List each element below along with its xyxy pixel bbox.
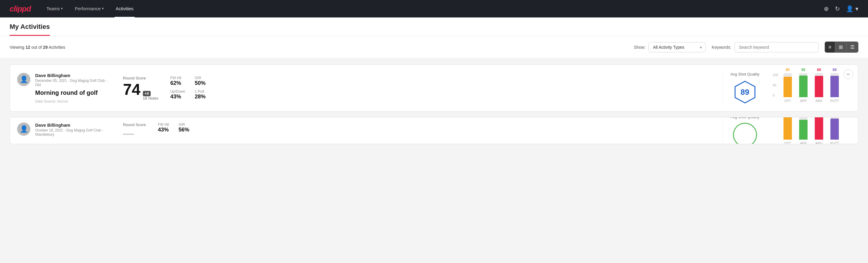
bar-fill-ott: [783, 77, 792, 97]
bar-x-label-putt: PUTT: [830, 141, 839, 144]
bars-container-2: 94OTT82APP106ARG87PUTT: [783, 117, 851, 144]
view-list-button[interactable]: ≡: [825, 42, 835, 52]
bar-x-label-putt: PUTT: [830, 99, 839, 103]
activity-type-select-wrapper[interactable]: All Activity Types: [648, 42, 706, 52]
bar-col-putt: 87PUTT: [830, 117, 839, 140]
bar-col-putt: 89PUTT: [830, 73, 839, 97]
chart-y-labels: 100 50 0: [773, 73, 778, 97]
fw-hit-block: FW Hit 62%: [170, 76, 185, 87]
hexagon-shape: 89: [733, 80, 757, 104]
round-score-number: 74: [123, 82, 141, 97]
round-score-value-group: 74 +4 18 Holes: [123, 82, 158, 100]
bar-x-label-arg: ARG: [815, 99, 823, 103]
user-avatar-icon-2: 👤: [20, 125, 28, 133]
round-score-details: +4 18 Holes: [143, 91, 158, 100]
avatar-1: 👤: [17, 73, 30, 86]
bar-bg-ott: [783, 117, 792, 140]
card-left-2: 👤 Dave Billingham October 16, 2021 · Gog…: [17, 122, 114, 139]
bar-top-label-arg: 89: [817, 68, 821, 72]
bar-fill-putt: [830, 76, 839, 97]
card-stats-2: Round Score — FW Hit 43% GIR 56%: [114, 122, 723, 139]
oneputt-value: 28%: [195, 94, 210, 100]
activity-type-select[interactable]: All Activity Types: [648, 42, 706, 52]
avg-shot-quality-label: Avg Shot Quality: [730, 72, 760, 77]
gir-block: GIR 50%: [195, 76, 210, 87]
bar-x-label-app: APP: [800, 141, 807, 144]
bar-bg-app: [799, 73, 808, 97]
card-stats-1: Round Score 74 +4 18 Holes FW Hit 62% GI…: [114, 76, 723, 100]
nav-performance[interactable]: Performance ▾: [74, 0, 105, 18]
refresh-button[interactable]: ↻: [835, 5, 840, 12]
shot-quality-hexagon-2: Avg Shot Quality: [730, 117, 760, 144]
bar-fill-ott: [783, 117, 792, 140]
fw-hit-value: 62%: [170, 80, 185, 86]
bar-top-label-app: 90: [801, 68, 805, 72]
bar-fill-arg: [815, 76, 823, 97]
show-label: Show:: [634, 45, 645, 50]
bar-top-label-putt: 89: [833, 68, 836, 72]
stat-grid-2: FW Hit 43% GIR 56%: [158, 122, 189, 139]
profile-icon: 👤 ▾: [846, 5, 858, 12]
hexagon-shape-2: [733, 123, 757, 144]
round-score-label-2: Round Score: [123, 122, 146, 127]
add-button[interactable]: ⊕: [824, 5, 829, 12]
bar-fill-arg: [815, 117, 823, 140]
chart-wrapper-2: 94OTT82APP106ARG87PUTT: [783, 117, 851, 144]
bar-col-arg: 89ARG: [815, 73, 823, 97]
card-quality-1: Avg Shot Quality 89 100 50 0: [723, 72, 851, 104]
bar-bg-app: [799, 117, 808, 140]
user-info-1: Dave Billingham December 05, 2021 · Gog …: [35, 73, 114, 104]
chart-wrapper-1: 100 50 0 85OTT90APP89ARG89PUTT: [783, 73, 851, 103]
stat-grid-1: FW Hit 62% GIR 50% Up/Down 43% 1 Putt 28…: [170, 76, 210, 100]
card-left-1: 👤 Dave Billingham December 05, 2021 · Go…: [17, 73, 114, 104]
updown-value: 43%: [170, 94, 185, 100]
page-header: My Activities: [0, 18, 868, 36]
fw-hit-label: FW Hit: [170, 76, 185, 80]
round-score-label: Round Score: [123, 76, 158, 80]
user-avatar-icon: 👤: [20, 76, 28, 83]
keywords-label: Keywords:: [712, 45, 731, 50]
bar-x-label-arg: ARG: [815, 141, 823, 144]
bar-fill-app: [799, 76, 808, 97]
card-quality-2: Avg Shot Quality 94OTT82APP106ARG87PUTT: [723, 117, 851, 144]
bar-col-app: 82APP: [799, 117, 808, 140]
bar-fill-putt: [830, 119, 839, 140]
activity-type-filter: Show: All Activity Types: [634, 42, 706, 52]
user-name-2: Dave Billingham: [35, 122, 114, 127]
keywords-filter: Keywords:: [712, 42, 818, 52]
bar-bg-putt: [830, 117, 839, 140]
oneputt-block: 1 Putt 28%: [195, 89, 210, 100]
bar-col-ott: 94OTT: [783, 117, 792, 140]
user-sub-2: October 16, 2021 · Gog Magog Golf Club -…: [35, 128, 114, 137]
bar-x-label-ott: OTT: [784, 141, 791, 144]
shot-quality-hexagon: Avg Shot Quality 89: [730, 72, 760, 104]
bars-container-1: 85OTT90APP89ARG89PUTT: [783, 73, 851, 103]
bar-x-label-app: APP: [800, 99, 807, 103]
nav-teams[interactable]: Teams ▾: [45, 0, 64, 18]
nav-actions: ⊕ ↻ 👤 ▾: [824, 5, 858, 12]
view-rows-button[interactable]: ☰: [847, 42, 858, 52]
avatar-2: 👤: [17, 122, 30, 136]
user-name-1: Dave Billingham: [35, 73, 114, 78]
bar-x-label-ott: OTT: [784, 99, 791, 103]
round-holes: 18 Holes: [143, 96, 158, 100]
navigation: clippd Teams ▾ Performance ▾ Activities …: [0, 0, 868, 18]
search-input[interactable]: [735, 42, 819, 52]
app-logo[interactable]: clippd: [10, 4, 31, 13]
gir-block-2: GIR 56%: [179, 122, 190, 139]
bar-bg-arg: [815, 73, 823, 97]
bar-col-arg: 106ARG: [815, 117, 823, 140]
gir-value: 50%: [195, 80, 210, 86]
user-info-2: Dave Billingham October 16, 2021 · Gog M…: [35, 122, 114, 139]
viewing-count: Viewing 12 out of 29 Activities: [10, 45, 628, 50]
bar-bg-putt: [830, 73, 839, 97]
round-score-value-2: —: [123, 128, 146, 139]
teams-chevron-icon: ▾: [61, 7, 63, 10]
view-grid-button[interactable]: ⊞: [835, 42, 847, 52]
nav-activities[interactable]: Activities: [115, 0, 135, 18]
profile-button[interactable]: 👤 ▾: [846, 5, 858, 12]
activities-list: ✏ 👤 Dave Billingham December 05, 2021 · …: [0, 58, 868, 155]
bar-col-app: 90APP: [799, 73, 808, 97]
bar-fill-app: [799, 120, 808, 140]
data-source-1: Data Source: Arccos: [35, 99, 114, 104]
